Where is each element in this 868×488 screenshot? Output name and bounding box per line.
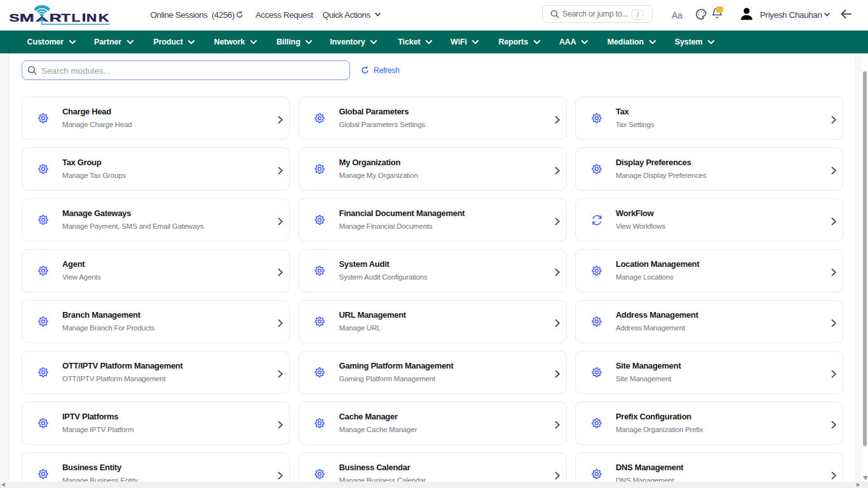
svg-text:N: N	[86, 12, 97, 24]
svg-text:K: K	[98, 11, 109, 24]
svg-text:M: M	[20, 11, 34, 24]
svg-text:R: R	[49, 12, 61, 24]
svg-text:L: L	[72, 11, 81, 24]
svg-text:S: S	[9, 12, 19, 24]
svg-text:T: T	[61, 11, 71, 24]
